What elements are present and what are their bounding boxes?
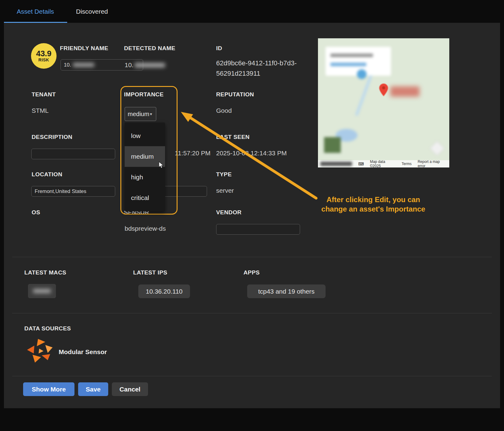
map-control	[430, 141, 444, 156]
type-value: server	[216, 187, 234, 194]
cancel-button[interactable]: Cancel	[112, 382, 148, 396]
map-imagery	[318, 38, 449, 167]
redacted-text	[33, 289, 51, 293]
location-input[interactable]	[31, 186, 115, 197]
redacted-text	[73, 63, 94, 67]
location-map[interactable]: ⌨ Map data ©2025 Terms Report a map erro…	[318, 38, 449, 167]
importance-select[interactable]: medium ▾	[125, 107, 156, 121]
detected-name-value: 10.	[125, 61, 165, 69]
map-road	[355, 75, 372, 116]
id-value: 62d9bc6e-9412-11f0-b7d3-56291d213911	[216, 58, 298, 79]
section-divider	[12, 313, 492, 313]
importance-option-high[interactable]: high	[125, 167, 165, 188]
vendor-label: VENDOR	[216, 209, 242, 216]
os-label: OS	[32, 209, 40, 216]
annotation-text: After clicking Edit, you can change an a…	[316, 195, 431, 214]
tab-bar: Asset Details Discovered	[0, 0, 504, 23]
redacted-place-name	[390, 86, 419, 97]
type-label: TYPE	[216, 171, 232, 178]
detected-name-label: DETECTED NAME	[124, 45, 175, 52]
tab-asset-details[interactable]: Asset Details	[17, 0, 54, 23]
latest-macs-label: LATEST MACS	[24, 269, 66, 276]
map-pin-icon	[379, 83, 388, 97]
section-divider	[12, 257, 492, 257]
risk-score-label: RISK	[38, 57, 49, 62]
last-seen-value: 2025-10-03 12:14:33 PM	[216, 150, 287, 157]
friendly-name-value: 10.	[64, 62, 71, 68]
importance-label: IMPORTANCE	[124, 91, 164, 98]
modular-sensor-icon	[26, 338, 54, 363]
first-seen-value-partial: 11:57:20 PM	[175, 150, 211, 157]
friendly-name-label: FRIENDLY NAME	[60, 45, 108, 52]
importance-option-critical[interactable]: critical	[125, 188, 165, 208]
vendor-input[interactable]	[216, 224, 300, 235]
latest-ips-chip[interactable]: 10.36.20.110	[138, 284, 190, 298]
apps-chip[interactable]: tcp43 and 19 others	[247, 284, 326, 298]
description-input[interactable]	[31, 149, 115, 159]
latest-ips-label: LATEST IPS	[133, 269, 167, 276]
map-report-error-link[interactable]: Report a map error	[418, 160, 447, 167]
tenant-value: STML	[32, 107, 49, 114]
importance-selected-value: medium	[128, 111, 149, 118]
save-button[interactable]: Save	[78, 382, 108, 396]
map-terms-link[interactable]: Terms	[402, 162, 412, 166]
importance-option-low[interactable]: low	[125, 126, 165, 146]
tab-discovered[interactable]: Discovered	[76, 0, 108, 23]
reputation-label: REPUTATION	[216, 91, 254, 98]
sensor-value: bdspreview-ds	[125, 225, 166, 232]
id-label: ID	[216, 45, 222, 52]
reputation-value: Good	[216, 107, 232, 114]
importance-dropdown-menu: low medium high critical	[125, 122, 165, 211]
redacted-text	[320, 162, 352, 166]
data-sources-label: DATA SOURCES	[24, 325, 71, 332]
map-park	[324, 137, 341, 153]
map-attribution-bar: ⌨ Map data ©2025 Terms Report a map erro…	[318, 160, 449, 167]
asset-details-panel: 43.9 RISK FRIENDLY NAME 10. DETECTED NAM…	[4, 23, 500, 408]
tenant-label: TENANT	[32, 91, 56, 98]
keyboard-shortcuts-icon[interactable]: ⌨	[358, 162, 364, 166]
map-data-attribution: Map data ©2025	[370, 160, 395, 167]
section-divider	[12, 376, 492, 376]
last-seen-label: LAST SEEN	[216, 134, 250, 140]
redacted-text	[135, 63, 165, 67]
description-label: DESCRIPTION	[32, 134, 72, 140]
data-source-item: Modular Sensor	[59, 348, 107, 356]
risk-score-value: 43.9	[36, 50, 52, 57]
detected-name-visible: 10.	[125, 61, 133, 69]
chevron-down-icon: ▾	[150, 112, 152, 116]
latest-macs-chip[interactable]	[28, 284, 56, 298]
apps-label: APPS	[243, 269, 260, 276]
location-label: LOCATION	[32, 171, 62, 178]
show-more-button[interactable]: Show More	[23, 382, 74, 396]
risk-score-badge: 43.9 RISK	[31, 43, 57, 69]
importance-option-medium[interactable]: medium	[125, 146, 165, 167]
redacted-link	[330, 63, 366, 66]
redacted-text	[330, 53, 373, 57]
map-poi-dot	[357, 69, 367, 79]
